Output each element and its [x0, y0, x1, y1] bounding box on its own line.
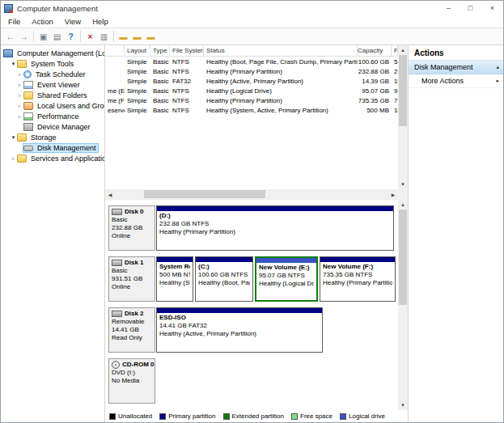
maximize-button[interactable]: □	[460, 1, 481, 15]
cdrom-label[interactable]: CD-ROM 0 DVD (I:) No Media	[108, 358, 155, 404]
scrollbar-track[interactable]	[398, 55, 408, 180]
expander-closed-icon[interactable]: ▹	[10, 153, 17, 163]
app-icon	[4, 4, 13, 13]
expander-open-icon[interactable]: ▾	[10, 132, 17, 142]
volume-row[interactable]: eserved Simple Basic NTFS Healthy (Syste…	[105, 105, 398, 115]
tree-item-system-tools[interactable]: ▾ System Tools	[1, 58, 104, 69]
capacity-cell: 232.88 GB	[358, 68, 392, 75]
scroll-up-icon[interactable]: ▲	[398, 45, 408, 55]
drive-action-icon[interactable]: ▬	[130, 30, 144, 44]
legend-label: Free space	[300, 412, 332, 420]
expander-closed-icon[interactable]: ▹	[16, 90, 23, 100]
menu-view[interactable]: View	[59, 17, 87, 26]
hdd-icon	[112, 209, 122, 215]
column-header-layout[interactable]: Layout	[125, 45, 150, 56]
expander-open-icon[interactable]: ▾	[10, 58, 17, 69]
folder-icon	[23, 91, 33, 99]
volume-row[interactable]: Simple Basic NTFS Healthy (Boot, Page Fi…	[105, 57, 398, 66]
tree-item-storage[interactable]: ▾ Storage	[1, 132, 104, 142]
disk1-label[interactable]: Disk 1 Basic 931.51 GB Online	[108, 256, 155, 302]
scrollbar-track[interactable]	[115, 189, 388, 199]
hdd-icon	[112, 260, 122, 266]
disk-size: 14.41 GB	[112, 326, 152, 334]
scrollbar-thumb[interactable]	[399, 55, 407, 126]
collapse-icon[interactable]: ▴	[496, 64, 499, 70]
partition-esd-iso[interactable]: ESD-ISO 14.41 GB FAT32 Healthy (Active, …	[156, 307, 323, 353]
scroll-up-icon[interactable]: ▲	[398, 200, 408, 209]
minimize-button[interactable]: –	[438, 1, 460, 15]
close-button[interactable]: ×	[481, 1, 503, 15]
column-header-type[interactable]: Type	[150, 45, 170, 56]
scroll-down-icon[interactable]: ▼	[398, 400, 408, 410]
volume-row[interactable]: Simple Basic FAT32 Healthy (Active, Prim…	[105, 76, 398, 86]
partition-status: Healthy (Logical Drive)	[259, 280, 314, 288]
file-system-cell: NTFS	[170, 68, 204, 75]
volume-row[interactable]: me (F:) Simple Basic NTFS Healthy (Prima…	[105, 95, 398, 105]
tree-item-shared-folders[interactable]: ▹ Shared Folders	[1, 90, 104, 100]
partition-f[interactable]: New Volume (F:) 735.35 GB NTFS Healthy (…	[320, 256, 396, 302]
help-icon[interactable]: ?	[64, 30, 78, 44]
volume-row[interactable]: me (E:) Simple Basic NTFS Healthy (Logic…	[105, 86, 398, 95]
volume-row[interactable]: Simple Basic NTFS Healthy (Primary Parti…	[105, 66, 398, 76]
column-header-volume[interactable]	[105, 45, 125, 56]
export-list-icon[interactable]: ▤	[50, 30, 64, 44]
scrollbar-thumb[interactable]	[144, 190, 265, 198]
back-icon[interactable]: ←	[3, 30, 17, 44]
tree-item-device-manager[interactable]: Device Manager	[1, 121, 104, 132]
scrollbar-track[interactable]	[398, 209, 408, 400]
delete-volume-icon[interactable]: ×	[83, 30, 97, 44]
users-icon	[23, 102, 33, 110]
scroll-right-icon[interactable]: ▶	[388, 189, 398, 199]
forward-icon[interactable]: →	[17, 30, 31, 44]
cdrom-row: CD-ROM 0 DVD (I:) No Media	[108, 358, 396, 404]
column-header-file-system[interactable]: File System	[170, 45, 204, 56]
file-system-cell: NTFS	[170, 58, 204, 66]
partition-system-reserved[interactable]: System Reserved 500 MB NTFS Healthy (Sys…	[156, 256, 193, 302]
type-cell: Basic	[150, 107, 170, 114]
status-cell: Healthy (Boot, Page File, Crash Dump, Pr…	[204, 58, 358, 66]
column-header-status[interactable]: Status	[204, 45, 358, 56]
tree-item-computer-management[interactable]: Computer Management (Local)	[1, 48, 104, 58]
more-actions-item[interactable]: More Actions ▸	[409, 74, 503, 88]
scroll-left-icon[interactable]: ◀	[105, 189, 115, 199]
tree-item-performance[interactable]: ▹ Performance	[1, 111, 104, 121]
scroll-down-icon[interactable]: ▼	[398, 180, 408, 189]
expander-closed-icon[interactable]: ▹	[16, 100, 23, 111]
disk0-label[interactable]: Disk 0 Basic 232.88 GB Online	[108, 205, 155, 251]
tree-item-task-scheduler[interactable]: ▹ Task Scheduler	[1, 69, 104, 79]
column-header-capacity[interactable]: Capacity	[358, 45, 392, 56]
tree-item-services-and-applications[interactable]: ▹ Services and Applications	[1, 153, 104, 163]
partition-c[interactable]: (C:) 100.60 GB NTFS Healthy (Boot, Page …	[195, 256, 253, 302]
capacity-cell: 14.39 GB	[358, 78, 392, 85]
drive-action-icon[interactable]: ▬	[144, 30, 158, 44]
free-space-cell: 2	[392, 68, 398, 75]
tree-item-disk-management[interactable]: Disk Management	[1, 142, 104, 153]
volume-list-horizontal-scrollbar[interactable]: ◀ ▶	[105, 189, 398, 199]
properties-icon[interactable]: ▥	[97, 30, 111, 44]
tree-item-local-users-and-groups[interactable]: ▹ Local Users and Groups	[1, 100, 104, 111]
actions-section-disk-management[interactable]: Disk Management ▴	[409, 61, 503, 74]
expander-closed-icon[interactable]: ▹	[16, 69, 23, 79]
menu-file[interactable]: File	[2, 17, 26, 26]
scrollbar-thumb[interactable]	[399, 209, 407, 305]
menu-action[interactable]: Action	[26, 17, 58, 26]
unallocated-swatch-icon	[109, 413, 116, 420]
volume-list-pane: Layout Type File System Status Capacity …	[105, 45, 408, 199]
show-console-tree-icon[interactable]: ▣	[36, 30, 50, 44]
volume-list-vertical-scrollbar[interactable]: ▲ ▼	[398, 45, 408, 189]
actions-section-label: Disk Management	[414, 63, 473, 71]
drive-action-icon[interactable]: ▬	[116, 30, 130, 44]
partition-d[interactable]: (D:) 232.88 GB NTFS Healthy (Primary Par…	[156, 205, 394, 251]
tree-item-label: Shared Folders	[36, 91, 89, 99]
menu-help[interactable]: Help	[87, 17, 114, 26]
column-header-free[interactable]: Fr	[392, 45, 398, 56]
partition-e-selected[interactable]: New Volume (E:) 95.07 GB NTFS Healthy (L…	[255, 256, 318, 302]
tree-item-label: Computer Management (Local)	[15, 49, 105, 57]
actions-panel: Actions Disk Management ▴ More Actions ▸	[408, 45, 503, 422]
expander-closed-icon[interactable]: ▹	[16, 79, 23, 90]
graph-vertical-scrollbar[interactable]: ▲ ▼	[398, 200, 408, 410]
disk2-label[interactable]: Disk 2 Removable 14.41 GB Read Only	[108, 307, 155, 353]
tree-item-event-viewer[interactable]: ▹ Event Viewer	[1, 79, 104, 90]
volume-name-cell: me (E:)	[105, 87, 125, 95]
expander-closed-icon[interactable]: ▹	[16, 111, 23, 121]
